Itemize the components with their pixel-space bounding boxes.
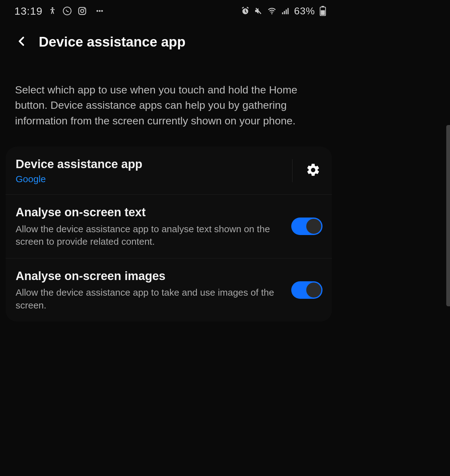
device-assistance-app-row[interactable]: Device assistance app Google: [6, 147, 332, 195]
instagram-icon: [78, 6, 87, 16]
gear-icon: [306, 163, 321, 178]
svg-point-6: [99, 10, 101, 12]
signal-icon: [281, 7, 290, 15]
analyse-text-desc: Allow the device assistance app to analy…: [16, 223, 285, 248]
status-right: 63%: [241, 5, 326, 17]
row-right: [292, 159, 322, 182]
battery-icon: [319, 6, 326, 16]
battery-percent: 63%: [294, 5, 315, 17]
row-content: Analyse on-screen text Allow the device …: [16, 205, 285, 248]
svg-point-4: [84, 8, 85, 9]
analyse-text-title: Analyse on-screen text: [16, 205, 285, 220]
device-app-value: Google: [16, 174, 286, 184]
svg-point-3: [81, 9, 84, 13]
row-content: Device assistance app Google: [16, 157, 286, 184]
settings-card: Device assistance app Google Analyse on-…: [6, 147, 332, 322]
page-title: Device assistance app: [39, 34, 186, 50]
svg-point-10: [271, 13, 272, 14]
status-time: 13:19: [14, 5, 42, 17]
vertical-divider: [292, 159, 292, 182]
mute-icon: [254, 7, 263, 15]
page-header: Device assistance app: [0, 22, 338, 54]
row-right: [291, 281, 322, 299]
analyse-text-toggle[interactable]: [291, 218, 322, 235]
toggle-knob: [306, 219, 321, 234]
row-right: [291, 218, 322, 235]
more-icon: [95, 6, 104, 16]
analyse-images-row[interactable]: Analyse on-screen images Allow the devic…: [6, 258, 332, 322]
svg-point-0: [52, 7, 53, 9]
status-bar: 13:19 63%: [0, 0, 338, 22]
svg-rect-13: [286, 9, 287, 14]
svg-rect-11: [282, 13, 283, 14]
page-description: Select which app to use when you touch a…: [0, 54, 338, 141]
back-button[interactable]: [14, 34, 29, 50]
whatsapp-icon: [62, 6, 72, 16]
svg-point-7: [101, 10, 103, 12]
device-app-title: Device assistance app: [16, 157, 286, 172]
svg-point-5: [97, 10, 98, 12]
alarm-icon: [241, 7, 250, 15]
analyse-images-title: Analyse on-screen images: [16, 268, 285, 284]
analyse-text-row[interactable]: Analyse on-screen text Allow the device …: [6, 195, 332, 258]
toggle-knob: [306, 283, 321, 298]
chevron-left-icon: [16, 36, 28, 48]
status-left: 13:19: [14, 5, 104, 17]
analyse-images-desc: Allow the device assistance app to take …: [16, 286, 285, 312]
accessibility-icon: [48, 7, 57, 15]
device-app-settings-button[interactable]: [304, 161, 322, 180]
row-content: Analyse on-screen images Allow the devic…: [16, 268, 285, 312]
svg-rect-12: [284, 11, 285, 14]
svg-rect-14: [288, 8, 289, 14]
analyse-images-toggle[interactable]: [291, 281, 322, 299]
svg-rect-17: [321, 10, 325, 15]
wifi-icon: [267, 6, 277, 16]
